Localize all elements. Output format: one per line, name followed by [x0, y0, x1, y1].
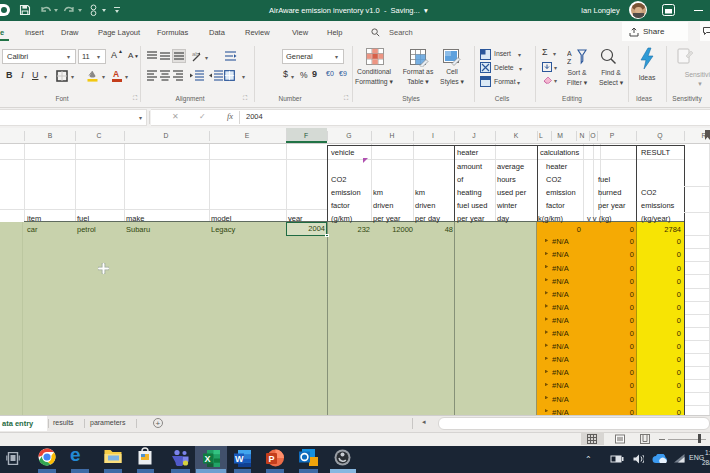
svg-text:Z: Z — [567, 58, 572, 65]
svg-text:A: A — [567, 50, 572, 57]
svg-text:W: W — [235, 454, 244, 464]
svg-text:ab: ab — [192, 51, 199, 57]
svg-text:X: X — [205, 454, 211, 464]
svg-text:P: P — [269, 454, 275, 464]
